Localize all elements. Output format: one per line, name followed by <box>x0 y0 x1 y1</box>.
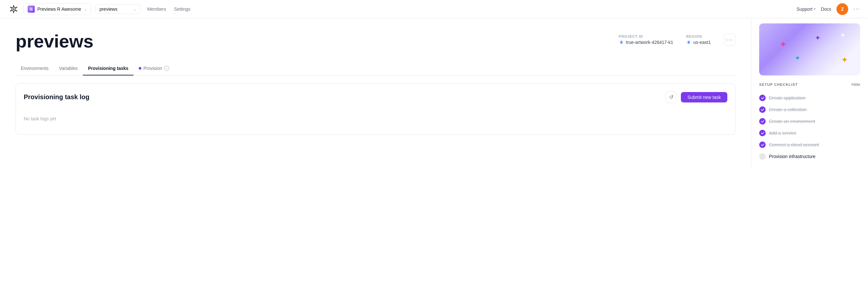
task-log-header: Provisioning task log ↺ Submit new task <box>24 91 727 103</box>
checklist-item-0: Create application <box>759 92 860 104</box>
sidebar-hero-image: ✦ ✦ ✦ ✦ ✦ <box>759 23 860 76</box>
task-log-card: Provisioning task log ↺ Submit new task … <box>16 83 736 135</box>
checklist-header: SETUP CHECKLIST Hide <box>759 82 860 87</box>
nav-more-button[interactable]: ··· <box>854 5 860 12</box>
main-layout: previews PROJECT ID true-artwork-426417-… <box>0 18 868 168</box>
org-selector[interactable]: Previews R Awesome ⌄ <box>23 3 91 15</box>
tab-environments[interactable]: Environments <box>16 62 54 76</box>
check-empty-icon-5 <box>759 153 766 160</box>
project-meta: PROJECT ID true-artwork-426417-k1 REGION <box>619 34 736 46</box>
submit-task-button[interactable]: Submit new task <box>681 92 727 103</box>
task-log-title: Provisioning task log <box>24 93 89 101</box>
no-logs-message: No task logs yet <box>24 111 727 127</box>
checklist-label-0: Create application <box>769 95 806 101</box>
refresh-button[interactable]: ↺ <box>665 91 677 103</box>
checklist-label-3: Add a service <box>769 131 797 136</box>
checklist-label-1: Create a collection <box>769 107 807 112</box>
org-icon <box>28 5 35 13</box>
sparkle-pink-icon: ✦ <box>779 39 787 50</box>
app-logo <box>8 3 20 15</box>
support-button[interactable]: Support ▾ <box>797 6 816 12</box>
region-label: REGION <box>686 34 711 38</box>
project-selector[interactable]: previews ⌄ <box>95 4 141 14</box>
checklist-item-4: Connect a cloud account <box>759 139 860 150</box>
provision-info-icon[interactable]: i <box>164 66 169 71</box>
nav-links: Members Settings <box>147 6 190 12</box>
sparkle-purple-icon: ✦ <box>815 34 820 42</box>
checklist-item-2: Create an environment <box>759 115 860 127</box>
provision-dot-icon <box>139 67 141 69</box>
nav-right: Support ▾ Docs Z ··· <box>797 3 860 15</box>
sparkle-teal-icon: ✦ <box>795 54 800 62</box>
gcp-region-icon <box>686 40 691 45</box>
checklist-label-2: Create an environment <box>769 119 815 124</box>
check-done-icon-4 <box>759 141 766 148</box>
project-chevron-icon: ⌄ <box>133 7 136 11</box>
checklist-label-5: Provision infrastructure <box>769 154 815 159</box>
sparkle-gold-icon: ✦ <box>841 55 848 65</box>
project-header: previews PROJECT ID true-artwork-426417-… <box>16 31 736 51</box>
svg-point-5 <box>688 41 689 43</box>
check-done-icon-0 <box>759 95 766 101</box>
checklist-list: Create application Create a collection C… <box>759 92 860 162</box>
project-id-value: true-artwork-426417-k1 <box>619 40 674 45</box>
gcp-icon <box>619 40 624 45</box>
nav-settings[interactable]: Settings <box>174 6 191 12</box>
tab-provisioning-tasks[interactable]: Provisioning tasks <box>83 62 133 76</box>
project-name: previews <box>99 6 131 12</box>
nav-members[interactable]: Members <box>147 6 166 12</box>
tab-variables[interactable]: Variables <box>54 62 83 76</box>
hide-checklist-button[interactable]: Hide <box>851 82 860 87</box>
sparkle-white-icon: ✦ <box>840 31 845 39</box>
org-chevron-icon: ⌄ <box>84 7 87 11</box>
tabs-bar: Environments Variables Provisioning task… <box>16 62 736 76</box>
main-content: previews PROJECT ID true-artwork-426417-… <box>0 18 751 168</box>
support-chevron-icon: ▾ <box>814 7 816 11</box>
top-nav: Previews R Awesome ⌄ previews ⌄ Members … <box>0 0 868 18</box>
docs-link[interactable]: Docs <box>821 6 831 12</box>
tab-provision-label: Provision <box>143 66 162 71</box>
checklist-item-3: Add a service <box>759 127 860 139</box>
check-done-icon-1 <box>759 106 766 113</box>
sidebar-panel: ✦ ✦ ✦ ✦ ✦ SETUP CHECKLIST Hide Create ap… <box>751 18 868 168</box>
project-id-meta: PROJECT ID true-artwork-426417-k1 <box>619 34 674 45</box>
project-more-button[interactable]: ··· <box>724 34 736 46</box>
task-log-actions: ↺ Submit new task <box>665 91 727 103</box>
checklist-label-4: Connect a cloud account <box>769 142 819 147</box>
project-id-label: PROJECT ID <box>619 34 674 38</box>
user-avatar[interactable]: Z <box>836 3 848 15</box>
check-done-icon-2 <box>759 118 766 124</box>
checklist-item-5: Provision infrastructure <box>759 150 860 162</box>
svg-point-0 <box>13 8 14 10</box>
svg-point-3 <box>621 41 622 43</box>
tab-provision[interactable]: Provision i <box>133 62 175 75</box>
region-value: us-east1 <box>686 40 711 45</box>
org-name: Previews R Awesome <box>37 6 81 12</box>
checklist-title: SETUP CHECKLIST <box>759 83 798 86</box>
checklist-item-1: Create a collection <box>759 104 860 115</box>
project-title: previews <box>16 31 94 51</box>
region-meta: REGION us-east1 <box>686 34 711 45</box>
check-done-icon-3 <box>759 130 766 136</box>
